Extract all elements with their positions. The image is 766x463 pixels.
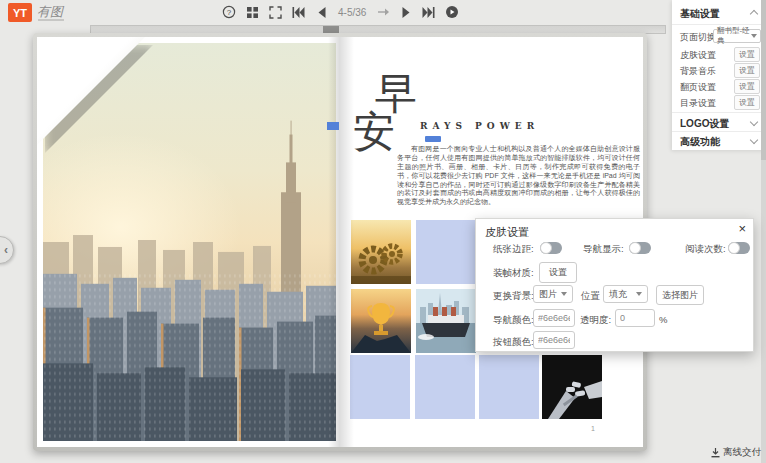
brand-logo: YT [8,3,32,22]
background-position-value: 填充 [609,288,627,301]
background-music-button[interactable]: 设置 [734,63,760,78]
thumbnails-grid-icon[interactable] [245,5,259,19]
brand-slogan-placeholder [38,19,64,21]
offline-delivery-label: 离线交付 [723,446,761,459]
next-page-icon[interactable] [399,5,413,19]
grid-photo-robot-hand [542,355,602,419]
title-accent-square [327,122,339,130]
binding-material-button[interactable]: 设置 [539,262,577,283]
page-subtitle: RAYS POWER [420,121,539,131]
flip-settings-button[interactable]: 设置 [734,79,760,94]
label-nav-color: 导航颜色: [493,314,534,327]
sidebar-label-page-transition: 页面切换 [680,31,716,44]
page-transition-value: 翻书型-经典 [717,26,751,46]
background-type-value: 图片 [539,288,557,301]
label-read-count: 阅读次数: [685,243,726,256]
opacity-unit: % [659,314,667,325]
grid-placeholder [416,220,476,284]
svg-text:?: ? [227,8,232,17]
page-title-char-2: 安 [353,111,395,153]
caret-down-icon [751,34,757,38]
label-paper-margin: 纸张边距: [493,243,534,256]
sidebar-label-toc: 目录设置 [680,97,716,110]
divider [672,131,766,132]
vertical-scrollbar-thumb[interactable] [761,0,766,160]
offline-delivery-link[interactable]: 离线交付 [711,446,761,459]
page-indicator[interactable]: 4-5/36 [338,7,366,18]
opacity-input[interactable] [615,309,655,327]
divider [672,24,766,25]
viewer-toolbar: ? 4-5/36 [222,4,459,20]
sidebar-section-logo[interactable]: LOGO设置 [680,117,729,131]
label-button-color: 按钮颜色: [493,336,534,349]
panel-collapse-handle[interactable]: ‹ [0,236,14,264]
toc-settings-button[interactable]: 设置 [734,95,760,110]
read-count-toggle[interactable] [728,242,750,254]
nav-display-toggle[interactable] [629,242,651,254]
chevron-left-icon: ‹ [4,243,8,257]
vertical-scrollbar[interactable] [761,0,766,463]
page-transition-select[interactable]: 翻书型-经典 [713,29,761,43]
paper-margin-toggle[interactable] [540,242,562,254]
previous-page-icon[interactable] [314,5,328,19]
fullscreen-icon[interactable] [268,5,282,19]
page-curl[interactable] [37,37,145,145]
last-page-icon[interactable] [422,5,436,19]
divider [672,112,766,113]
horizontal-scrollbar-thumb[interactable] [323,26,339,33]
label-position: 位置 [581,290,600,303]
sidebar-label-music: 背景音乐 [680,65,716,78]
grid-photo-ship [416,289,476,353]
dialog-title: 皮肤设置 [485,225,529,240]
label-opacity: 透明度: [580,314,611,327]
grid-placeholder [350,355,410,419]
label-binding-material: 装帧材质: [493,267,534,280]
book-page-left[interactable] [37,37,340,447]
page-number: 1 [591,425,595,432]
label-change-background: 更换背景: [493,290,534,303]
background-type-select[interactable]: 图片 [533,285,573,303]
sidebar-label-skin: 皮肤设置 [680,49,716,62]
background-position-select[interactable]: 填充 [603,285,648,303]
sound-icon[interactable] [445,5,459,19]
sidebar-section-advanced[interactable]: 高级功能 [680,135,720,149]
subtitle-accent-bar [425,136,441,142]
goto-page-icon[interactable] [376,5,390,19]
skin-settings-button[interactable]: 设置 [734,47,760,62]
button-color-input[interactable] [533,331,575,349]
caret-down-icon [561,292,567,296]
download-icon [711,448,720,458]
sidebar-label-flip: 翻页设置 [680,81,716,94]
first-page-icon[interactable] [291,5,305,19]
chevron-down-icon [750,136,758,144]
sidebar-section-basic[interactable]: 基础设置 [680,7,720,21]
close-icon[interactable]: × [738,222,746,235]
help-icon[interactable]: ? [222,5,236,19]
choose-image-button[interactable]: 选择图片 [656,285,704,305]
chevron-up-icon [750,10,758,18]
grid-photo-trophy [351,289,411,353]
settings-sidebar: 基础设置 页面切换 翻书型-经典 皮肤设置 设置 背景音乐 设置 翻页设置 设置… [672,0,766,150]
grid-photo-gears [351,220,411,284]
app-window: YT 有图 ? 4-5/36 [0,0,766,463]
chevron-down-icon [750,118,758,126]
skin-settings-dialog: 皮肤设置 × 纸张边距: 导航显示: 阅读次数: 装帧材质: 设置 更换背景: … [475,218,754,352]
nav-color-input[interactable] [533,309,575,327]
label-nav-display: 导航显示: [583,243,624,256]
page-body-text: 有图网是一个面向专业人士和机构以及普通个人的全媒体自助创意设计服务平台，任何人使… [397,145,640,207]
grid-placeholder [415,355,475,419]
caret-down-icon [636,292,642,296]
grid-placeholder [479,355,539,419]
